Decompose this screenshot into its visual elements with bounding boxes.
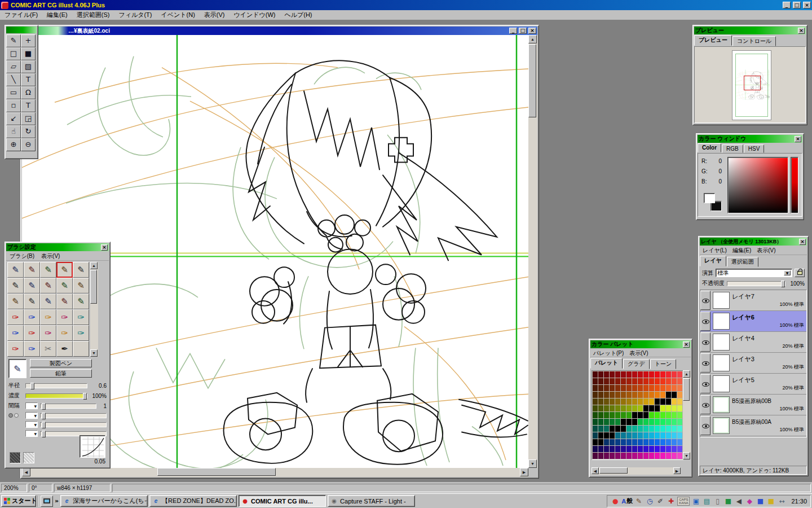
palette-color-swatch[interactable] xyxy=(604,371,609,378)
palette-color-swatch[interactable] xyxy=(643,392,648,398)
palette-color-swatch[interactable] xyxy=(593,453,598,459)
palette-color-swatch[interactable] xyxy=(660,398,665,405)
palette-color-swatch[interactable] xyxy=(638,432,643,439)
pressure-curve-editor[interactable] xyxy=(80,435,105,458)
palette-color-swatch[interactable] xyxy=(615,385,620,391)
palette-color-swatch[interactable] xyxy=(660,432,665,439)
palette-color-swatch[interactable] xyxy=(677,419,682,425)
brush-preset[interactable]: ✎ xyxy=(73,294,89,309)
select-rect-tool[interactable]: □ xyxy=(6,47,21,60)
palette-color-swatch[interactable] xyxy=(632,426,637,432)
palette-color-swatch[interactable] xyxy=(643,426,648,432)
tab-layer[interactable]: レイヤ xyxy=(700,256,726,266)
palette-color-swatch[interactable] xyxy=(655,371,660,378)
palette-color-swatch[interactable] xyxy=(643,378,648,384)
palette-color-swatch[interactable] xyxy=(598,371,603,378)
ime-indicator[interactable]: A 般 xyxy=(621,497,633,505)
palette-color-swatch[interactable] xyxy=(649,439,654,445)
volume-icon[interactable]: ◀ xyxy=(734,497,743,506)
quick-launch-monitor-icon[interactable] xyxy=(41,496,53,507)
layer-visibility-toggle[interactable] xyxy=(700,291,710,310)
taskbar-task-2[interactable]: e 【RED ZONE】DEAD ZO... xyxy=(149,495,237,507)
palette-color-swatch[interactable] xyxy=(643,412,648,418)
palette-color-swatch[interactable] xyxy=(610,453,615,459)
palette-color-swatch[interactable] xyxy=(672,426,677,432)
brush-preset[interactable]: ✎ xyxy=(7,278,24,294)
palette-color-swatch[interactable] xyxy=(649,378,654,384)
palette-color-swatch[interactable] xyxy=(643,446,648,452)
palette-color-swatch[interactable] xyxy=(638,405,643,411)
palette-color-swatch[interactable] xyxy=(632,439,637,445)
palette-color-swatch[interactable] xyxy=(666,392,671,398)
palette-color-swatch[interactable] xyxy=(660,378,665,384)
brush-preset[interactable]: ✎ xyxy=(40,278,56,294)
palette-color-swatch[interactable] xyxy=(604,439,609,445)
tab-color[interactable]: Color xyxy=(698,143,721,152)
palette-color-swatch[interactable] xyxy=(660,426,665,432)
palette-color-swatch[interactable] xyxy=(598,392,603,398)
brush-preset[interactable]: ✑ xyxy=(24,341,40,357)
palette-color-swatch[interactable] xyxy=(598,453,603,459)
layer-row[interactable]: レイヤ320% 標準 xyxy=(700,353,806,374)
saturation-value-picker[interactable] xyxy=(727,157,788,213)
palette-color-swatch[interactable] xyxy=(677,426,682,432)
ime-pen-icon[interactable]: ✎ xyxy=(634,497,643,506)
palette-color-swatch[interactable] xyxy=(666,385,671,391)
horizontal-scroll-thumb[interactable] xyxy=(157,468,276,476)
palette-color-swatch[interactable] xyxy=(610,405,615,411)
brush-scroll-thumb[interactable] xyxy=(90,270,97,304)
palette-color-swatch[interactable] xyxy=(660,453,665,459)
palette-color-swatch[interactable] xyxy=(604,398,609,405)
brush-preset[interactable]: ✎ xyxy=(73,278,89,294)
zoom-in-tool[interactable]: ⊕ xyxy=(6,138,21,151)
layer-visibility-toggle[interactable] xyxy=(700,353,710,373)
density-slider[interactable] xyxy=(25,393,87,398)
palette-color-swatch[interactable] xyxy=(672,412,677,418)
palette-color-swatch[interactable] xyxy=(672,398,677,405)
palette-color-swatch[interactable] xyxy=(672,378,677,384)
palette-color-swatch[interactable] xyxy=(655,432,660,439)
menu-help[interactable]: ヘルプ(H) xyxy=(280,10,316,20)
palette-color-swatch[interactable] xyxy=(655,419,660,425)
hand-tool[interactable]: ☝ xyxy=(6,125,21,138)
palette-color-swatch[interactable] xyxy=(643,432,648,439)
layer-row[interactable]: レイヤ420% 標準 xyxy=(700,332,806,353)
brush-preset[interactable]: ✎ xyxy=(56,262,73,278)
start-button[interactable]: スタート xyxy=(1,495,36,507)
brush-scrollbar[interactable]: ▲ ▼ xyxy=(90,262,98,357)
menu-window[interactable]: ウインドウ(W) xyxy=(229,10,280,20)
palette-color-swatch[interactable] xyxy=(672,392,677,398)
layer-row[interactable]: レイヤ6100% 標準 xyxy=(700,311,806,332)
palette-color-swatch[interactable] xyxy=(604,412,609,418)
hue-bar[interactable] xyxy=(791,157,798,213)
palette-color-swatch[interactable] xyxy=(666,405,671,411)
pen-tool[interactable]: ✎ xyxy=(6,34,21,47)
palette-color-swatch[interactable] xyxy=(621,453,626,459)
palette-color-swatch[interactable] xyxy=(615,405,620,411)
palette-color-swatch[interactable] xyxy=(626,446,632,452)
palette-color-swatch[interactable] xyxy=(672,385,677,391)
vertical-scroll-thumb[interactable] xyxy=(528,44,536,117)
texture-swatch-dark[interactable] xyxy=(10,452,21,463)
palette-color-swatch[interactable] xyxy=(677,432,682,439)
palette-color-swatch[interactable] xyxy=(677,371,682,378)
palette-color-swatch[interactable] xyxy=(610,426,615,432)
tone-tool[interactable]: ▨ xyxy=(21,60,36,73)
palette-color-swatch[interactable] xyxy=(660,371,665,378)
brush-preset[interactable]: ✑ xyxy=(56,325,73,341)
blend-mode-select[interactable]: 標準 ▼ xyxy=(716,269,792,277)
palette-color-swatch[interactable] xyxy=(621,371,626,378)
taskbar-task-3[interactable]: ● COMIC ART CG illu... xyxy=(239,495,326,507)
line-tool[interactable]: ╲ xyxy=(6,73,21,86)
palette-color-swatch[interactable] xyxy=(621,385,626,391)
palette-color-swatch[interactable] xyxy=(610,398,615,405)
palette-color-swatch[interactable] xyxy=(638,378,643,384)
palette-color-swatch[interactable] xyxy=(649,426,654,432)
move-tool[interactable]: + xyxy=(21,34,36,47)
palette-color-swatch[interactable] xyxy=(666,378,671,384)
brush-preset[interactable]: ✑ xyxy=(73,325,89,341)
tab-tone[interactable]: トーン xyxy=(650,359,676,369)
tab-selection[interactable]: 選択範囲 xyxy=(727,257,758,267)
palette-color-swatch[interactable] xyxy=(643,371,648,378)
close-button[interactable]: × xyxy=(803,2,811,8)
